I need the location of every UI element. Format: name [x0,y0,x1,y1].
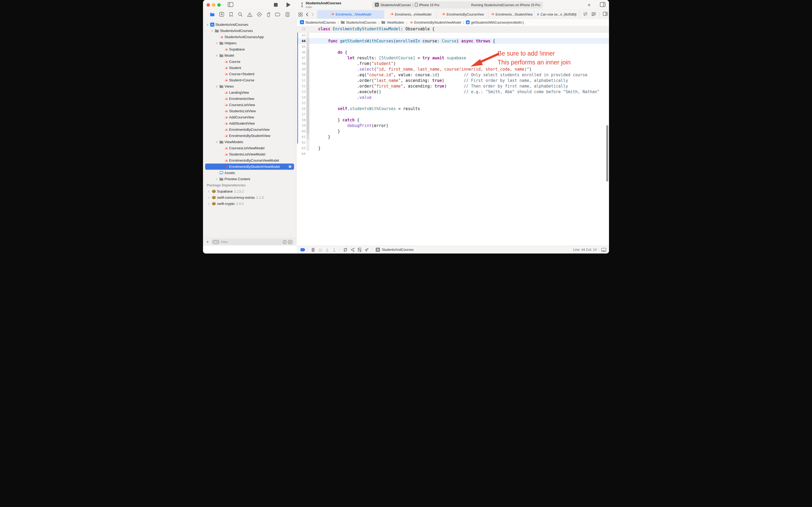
breadcrumb-item[interactable]: StudentsAndCourses [300,20,336,25]
sidebar-item-enrolmentsbystudentviewmodel[interactable]: EnrolmentsByStudentViewModelM [203,164,296,170]
go-forward-icon[interactable] [310,10,315,18]
sidebar-item-supabase[interactable]: Supabase [203,46,296,52]
bookmark-navigator-icon[interactable] [228,11,234,17]
tab-enrolments-studentview[interactable]: Enrolments...StudentView [488,10,534,18]
code-line-52[interactable]: 52 .order("first_name", ascending: true)… [297,83,609,89]
editor-scrollbar[interactable] [606,125,608,181]
related-items-icon[interactable] [297,10,304,18]
new-tab-button[interactable]: + [587,2,591,8]
sidebar-item-enrolmentsbystudentview[interactable]: EnrolmentsByStudentView [203,133,296,139]
disclosure-open-icon[interactable]: ∨ [206,23,209,26]
breadcrumb-item[interactable]: ViewModels [381,21,404,25]
filter-field[interactable] [211,239,294,245]
stop-button[interactable] [274,3,278,7]
package-item-swift-concurrency-extras[interactable]: ›swift-concurrency-extras1.1.0 [203,194,296,201]
sidebar-item-course[interactable]: Course [203,59,296,65]
running-process[interactable]: A StudentsAndCourses [375,247,413,252]
breakpoint-navigator-icon[interactable] [275,11,281,17]
disclosure-open-icon[interactable]: ∨ [215,140,218,144]
run-destination[interactable]: iPhone 15 Pro [419,3,439,7]
toggle-navigator-icon[interactable] [228,2,233,8]
zoom-window-button[interactable] [217,3,221,7]
simulate-location-icon[interactable] [363,248,370,252]
package-item-swift-crypto[interactable]: ›swift-crypto3.4.0 [203,201,296,207]
code-line-50[interactable]: 50 .eq("course.id", value: course.id) //… [297,72,609,77]
disclosure-open-icon[interactable]: ∨ [211,29,214,32]
code-line-56[interactable]: 56 self.studentsWithCourses = results [297,106,609,111]
add-editor-icon[interactable] [603,12,607,17]
disclosure-open-icon[interactable]: ∨ [215,42,218,45]
code-line-51[interactable]: 51 .order("last_name", ascending: true) … [297,77,609,83]
tab-can-now-se-n-8cf0dfd-[interactable]: #Can now se...n. (8cf0dfd) [534,10,579,18]
sidebar-item-helpers[interactable]: ∨Helpers [203,40,296,46]
tab-enrolments-eviewmodel[interactable]: Enrolments...eViewModel [384,10,437,18]
code-line-59[interactable]: 59 debugPrint(error) [297,123,609,128]
code-line-45[interactable]: 45 [297,44,609,49]
breadcrumb-item[interactable]: StudentsAndCourses [341,21,376,25]
tab-enrolmentsbycourseview[interactable]: EnrolmentsByCourseView [437,10,488,18]
run-button[interactable] [287,2,291,7]
memory-graph-icon[interactable] [349,247,356,252]
minimize-window-button[interactable] [212,3,215,7]
fold-ribbon-do[interactable] [306,49,309,134]
step-into-icon[interactable] [324,248,331,252]
sidebar-item-studentsandcoursesapp[interactable]: StudentsAndCoursesApp [203,34,296,40]
sidebar-item-preview-content[interactable]: ›Preview Content [203,176,296,182]
sidebar-item-courseslistview[interactable]: CoursesListView [203,102,296,108]
breadcrumb-item[interactable]: EnrolmentsByStudentViewModel [409,20,461,25]
package-item-supabase[interactable]: ›Supabase2.13.2 [203,188,296,194]
code-line-62[interactable]: 62 [297,139,609,145]
disclosure-closed-icon[interactable]: › [207,202,210,206]
code-line-58[interactable]: 58 } catch { [297,117,609,123]
add-item-icon[interactable]: + [206,239,209,245]
code-line-44[interactable]: 44 func getStudentsWithCourses(enrolledI… [297,38,609,44]
adjust-editor-icon[interactable] [591,12,596,17]
sidebar-item-enrolmentsbycourseviewmodel[interactable]: EnrolmentsByCourseViewModel [203,157,296,164]
tab-enrolments-tviewmodel[interactable]: Enrolments...tViewModel [317,10,384,18]
scheme-name[interactable]: StudentsAndCourses [381,3,411,7]
code-line-61[interactable]: 61 } [297,134,609,139]
activity-status-bar[interactable]: A StudentsAndCourses ⟩ iPhone 15 Pro Run… [372,1,543,9]
filter-input[interactable] [221,240,281,244]
sidebar-item-enrolmentsbycourseview[interactable]: EnrolmentsByCourseView [203,126,296,133]
step-out-icon[interactable] [331,248,338,252]
sidebar-item-model[interactable]: ∨Model [203,52,296,59]
find-navigator-icon[interactable] [237,11,243,17]
breadcrumb-item[interactable]: MgetStudentsWithCourses(enrolledIn:) [466,20,524,25]
disclosure-open-icon[interactable]: ∨ [215,85,218,88]
sidebar-item-landingview[interactable]: LandingView [203,90,296,96]
disclosure-closed-icon[interactable]: › [207,195,210,200]
code-line-60[interactable]: 60 } [297,128,609,134]
code-line-53[interactable]: 53 .execute() // e.g.: "Smith, Abe" shou… [297,89,609,95]
sidebar-item-assets[interactable]: Assets [203,170,296,176]
code-line-63[interactable]: 63} [297,145,609,151]
code-line-11[interactable]: 11class EnrolmentsByStudentViewModel: Ob… [297,26,609,32]
sidebar-item-studentsandcourses[interactable]: ∨StudentsAndCourses [203,27,296,34]
environment-overrides-icon[interactable] [356,247,363,252]
sidebar-item-studentslistview[interactable]: StudentsListView [203,108,296,114]
filter-menu-icon[interactable] [213,240,219,244]
code-line-54[interactable]: 54 .value [297,95,609,100]
code-line-55[interactable]: 55 [297,100,609,106]
sidebar-item-course-student[interactable]: Course+Student [203,71,296,77]
source-control-navigator-icon[interactable] [219,11,225,17]
issue-navigator-icon[interactable] [247,11,253,17]
debug-navigator-icon[interactable] [266,11,272,17]
sidebar-item-views[interactable]: ∨Views [203,83,296,90]
toggle-inspector-icon[interactable] [600,2,605,8]
pause-icon[interactable] [309,248,316,252]
code-line-64[interactable]: 64 [297,151,609,157]
editor-only-icon[interactable] [601,248,606,252]
breakpoints-toggle[interactable] [300,248,305,251]
sidebar-item-addcourseview[interactable]: AddCourseView [203,114,296,120]
sidebar-item-student-course[interactable]: Student+Course [203,77,296,83]
recent-files-icon[interactable] [283,240,287,244]
code-line-43[interactable]: 43 [297,33,609,38]
project-navigator-icon[interactable] [209,11,215,17]
report-navigator-icon[interactable] [284,11,290,17]
view-hierarchy-icon[interactable] [342,247,349,252]
test-navigator-icon[interactable] [256,11,262,17]
close-window-button[interactable] [207,3,210,7]
sidebar-item-studentsandcourses[interactable]: ∨StudentsAndCourses [203,21,296,27]
sidebar-item-addstudentview[interactable]: AddStudentView [203,120,296,126]
